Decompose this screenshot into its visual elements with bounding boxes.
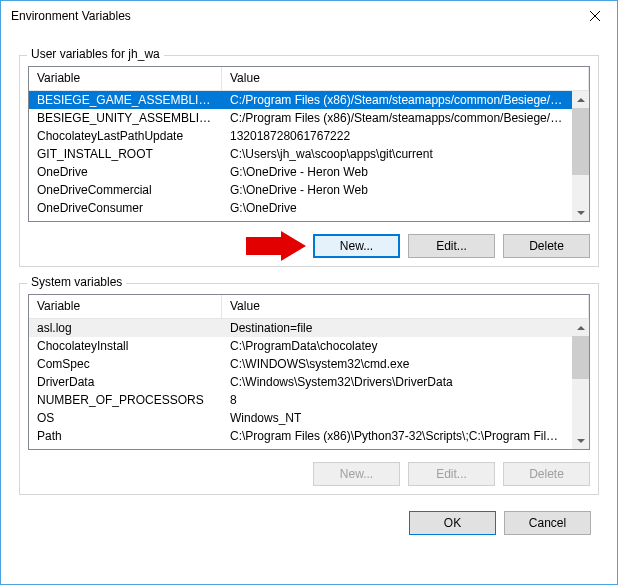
new-button[interactable]: New... — [313, 234, 400, 258]
scrollbar[interactable] — [572, 91, 589, 221]
table-row[interactable]: ChocolateyInstall C:\ProgramData\chocola… — [29, 337, 572, 355]
table-row[interactable]: GIT_INSTALL_ROOT C:\Users\jh_wa\scoop\ap… — [29, 145, 572, 163]
chevron-up-icon — [577, 98, 585, 102]
table-row[interactable]: OneDrive G:\OneDrive - Heron Web — [29, 163, 572, 181]
cell-variable: OneDriveCommercial — [29, 183, 222, 197]
scroll-up-button[interactable] — [572, 91, 589, 108]
column-variable[interactable]: Variable — [29, 295, 222, 318]
scroll-track[interactable] — [572, 108, 589, 204]
table-row[interactable]: asl.log Destination=file — [29, 319, 572, 337]
scroll-down-button[interactable] — [572, 432, 589, 449]
cell-value: G:\OneDrive - Heron Web — [222, 183, 572, 197]
cell-variable: OS — [29, 411, 222, 425]
cell-value: C:\Program Files (x86)\Python37-32\Scrip… — [222, 429, 572, 443]
scrollbar[interactable] — [572, 319, 589, 449]
column-value[interactable]: Value — [222, 67, 589, 90]
system-variables-group: System variables Variable Value asl.log … — [19, 283, 599, 495]
user-list-header: Variable Value — [29, 67, 589, 91]
edit-button[interactable]: Edit... — [408, 462, 495, 486]
cell-value: Destination=file — [222, 321, 572, 335]
table-row[interactable]: ComSpec C:\WINDOWS\system32\cmd.exe — [29, 355, 572, 373]
cell-value: C:\ProgramData\chocolatey — [222, 339, 572, 353]
scroll-track[interactable] — [572, 336, 589, 432]
system-list-header: Variable Value — [29, 295, 589, 319]
window-title: Environment Variables — [11, 9, 131, 23]
cell-value: 132018728061767222 — [222, 129, 572, 143]
table-row[interactable]: OS Windows_NT — [29, 409, 572, 427]
chevron-down-icon — [577, 211, 585, 215]
scroll-thumb[interactable] — [572, 108, 589, 175]
cell-variable: BESIEGE_UNITY_ASSEMBLIES — [29, 111, 222, 125]
cell-variable: ChocolateyInstall — [29, 339, 222, 353]
table-row[interactable]: OneDriveConsumer G:\OneDrive — [29, 199, 572, 217]
cell-value: C:/Program Files (x86)/Steam/steamapps/c… — [222, 111, 572, 125]
cell-variable: NUMBER_OF_PROCESSORS — [29, 393, 222, 407]
cell-value: 8 — [222, 393, 572, 407]
table-row[interactable]: DriverData C:\Windows\System32\Drivers\D… — [29, 373, 572, 391]
svg-marker-2 — [246, 231, 306, 261]
annotation-arrow — [246, 231, 306, 264]
column-value[interactable]: Value — [222, 295, 589, 318]
user-variables-label: User variables for jh_wa — [27, 47, 164, 61]
cell-variable: GIT_INSTALL_ROOT — [29, 147, 222, 161]
cell-value: Windows_NT — [222, 411, 572, 425]
cell-value: C:\Windows\System32\Drivers\DriverData — [222, 375, 572, 389]
cell-value: C:/Program Files (x86)/Steam/steamapps/c… — [222, 93, 572, 107]
cell-variable: BESIEGE_GAME_ASSEMBLIES — [29, 93, 222, 107]
cell-variable: ComSpec — [29, 357, 222, 371]
scroll-thumb[interactable] — [572, 336, 589, 379]
cell-value: C:\WINDOWS\system32\cmd.exe — [222, 357, 572, 371]
scroll-down-button[interactable] — [572, 204, 589, 221]
cancel-button[interactable]: Cancel — [504, 511, 591, 535]
delete-button[interactable]: Delete — [503, 462, 590, 486]
new-button[interactable]: New... — [313, 462, 400, 486]
close-icon — [590, 11, 600, 21]
table-row[interactable]: BESIEGE_GAME_ASSEMBLIES C:/Program Files… — [29, 91, 572, 109]
close-button[interactable] — [572, 1, 617, 31]
user-variables-group: User variables for jh_wa Variable Value … — [19, 55, 599, 267]
cell-value: G:\OneDrive - Heron Web — [222, 165, 572, 179]
cell-value: G:\OneDrive — [222, 201, 572, 215]
titlebar: Environment Variables — [1, 1, 617, 31]
cell-variable: ChocolateyLastPathUpdate — [29, 129, 222, 143]
table-row[interactable]: BESIEGE_UNITY_ASSEMBLIES C:/Program File… — [29, 109, 572, 127]
table-row[interactable]: Path C:\Program Files (x86)\Python37-32\… — [29, 427, 572, 445]
chevron-up-icon — [577, 326, 585, 330]
chevron-down-icon — [577, 439, 585, 443]
cell-value: C:\Users\jh_wa\scoop\apps\git\current — [222, 147, 572, 161]
table-row[interactable]: NUMBER_OF_PROCESSORS 8 — [29, 391, 572, 409]
column-variable[interactable]: Variable — [29, 67, 222, 90]
table-row[interactable]: ChocolateyLastPathUpdate 132018728061767… — [29, 127, 572, 145]
cell-variable: asl.log — [29, 321, 222, 335]
cell-variable: OneDrive — [29, 165, 222, 179]
user-variables-list[interactable]: Variable Value BESIEGE_GAME_ASSEMBLIES C… — [28, 66, 590, 222]
cell-variable: Path — [29, 429, 222, 443]
environment-variables-dialog: Environment Variables User variables for… — [0, 0, 618, 585]
cell-variable: OneDriveConsumer — [29, 201, 222, 215]
ok-button[interactable]: OK — [409, 511, 496, 535]
scroll-up-button[interactable] — [572, 319, 589, 336]
table-row[interactable]: OneDriveCommercial G:\OneDrive - Heron W… — [29, 181, 572, 199]
cell-variable: DriverData — [29, 375, 222, 389]
delete-button[interactable]: Delete — [503, 234, 590, 258]
system-variables-list[interactable]: Variable Value asl.log Destination=file … — [28, 294, 590, 450]
system-variables-label: System variables — [27, 275, 126, 289]
edit-button[interactable]: Edit... — [408, 234, 495, 258]
